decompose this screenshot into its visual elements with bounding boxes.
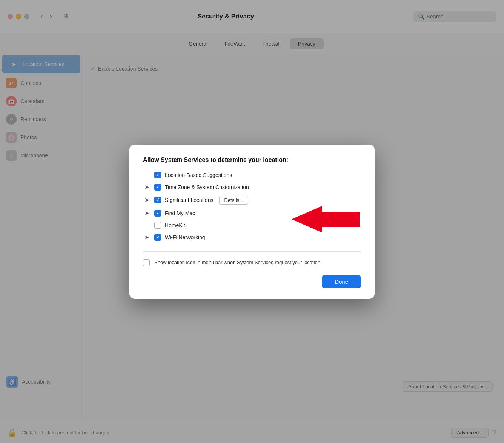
- modal-footer: Done: [143, 275, 361, 288]
- service-label-significant-locations: Significant Locations: [165, 197, 213, 203]
- service-row-timezone: ➤ Time Zone & System Customization: [143, 184, 361, 191]
- service-row-homekit: ➤ HomeKit: [143, 222, 361, 229]
- service-row-significant-locations: ➤ Significant Locations Details...: [143, 196, 361, 205]
- service-row-wifi-networking: ➤ Wi-Fi Networking: [143, 234, 361, 241]
- service-row-location-based-suggestions: ➤ Location-Based Suggestions: [143, 172, 361, 178]
- checkbox-homekit[interactable]: [154, 222, 161, 229]
- checkbox-find-my-mac[interactable]: [154, 210, 161, 217]
- checkbox-location-suggestions[interactable]: [154, 172, 161, 178]
- service-label-find-my-mac: Find My Mac: [165, 210, 195, 216]
- modal-title: Allow System Services to determine your …: [143, 157, 361, 163]
- service-label-location-suggestions: Location-Based Suggestions: [165, 172, 232, 178]
- modal-overlay: Allow System Services to determine your …: [0, 0, 504, 443]
- arrow-icon-significant: ➤: [143, 197, 151, 203]
- checkbox-show-location-icon[interactable]: [143, 259, 150, 266]
- checkbox-wifi-networking[interactable]: [154, 234, 161, 241]
- system-services-modal: Allow System Services to determine your …: [129, 145, 375, 299]
- service-row-find-my-mac: ➤ Find My Mac: [143, 210, 361, 217]
- checkbox-significant-locations[interactable]: [154, 197, 161, 203]
- show-location-label: Show location icon in menu bar when Syst…: [154, 260, 320, 265]
- modal-divider: [143, 251, 361, 252]
- show-location-row: Show location icon in menu bar when Syst…: [143, 259, 361, 266]
- details-button[interactable]: Details...: [219, 196, 248, 205]
- checkbox-timezone[interactable]: [154, 184, 161, 191]
- service-label-homekit: HomeKit: [165, 222, 185, 228]
- service-list: ➤ Location-Based Suggestions ➤ Time Zone…: [143, 172, 361, 241]
- arrow-icon-findmymac: ➤: [143, 210, 151, 217]
- service-label-timezone: Time Zone & System Customization: [165, 184, 249, 190]
- done-button[interactable]: Done: [322, 275, 361, 288]
- arrow-icon-wifi: ➤: [143, 234, 151, 241]
- service-label-wifi-networking: Wi-Fi Networking: [165, 234, 205, 240]
- arrow-icon-timezone: ➤: [143, 184, 151, 191]
